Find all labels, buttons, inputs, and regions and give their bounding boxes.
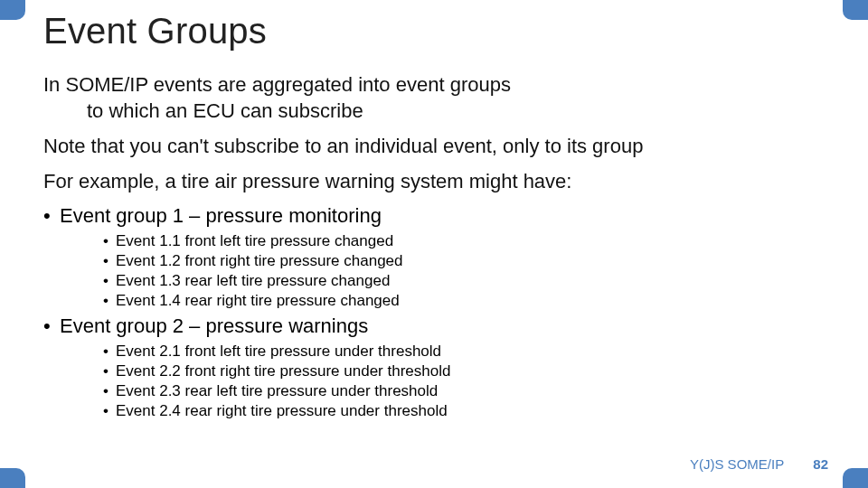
event-item: Event 1.1 front left tire pressure chang… (103, 231, 825, 251)
event-list: Event 1.1 front left tire pressure chang… (60, 231, 825, 310)
text: to which an ECU can subscribe (43, 98, 825, 124)
event-item: Event 1.4 rear right tire pressure chang… (103, 291, 825, 311)
paragraph-example: For example, a tire air pressure warning… (43, 168, 825, 194)
slide-title: Event Groups (43, 11, 825, 52)
paragraph-intro: In SOME/IP events are aggregated into ev… (43, 71, 825, 124)
event-item: Event 1.2 front right tire pressure chan… (103, 251, 825, 271)
slide: Event Groups In SOME/IP events are aggre… (0, 0, 868, 488)
event-group-1: Event group 1 – pressure monitoring Even… (43, 203, 825, 310)
event-item: Event 2.3 rear left tire pressure under … (103, 381, 825, 401)
footer-label: Y(J)S SOME/IP (690, 456, 784, 472)
event-item: Event 2.4 rear right tire pressure under… (103, 401, 825, 421)
event-group-label: Event group 2 – pressure warnings (60, 314, 368, 337)
page-number: 82 (813, 456, 828, 472)
event-item: Event 2.2 front right tire pressure unde… (103, 361, 825, 381)
event-group-label: Event group 1 – pressure monitoring (60, 204, 382, 227)
event-group-2: Event group 2 – pressure warnings Event … (43, 314, 825, 420)
event-group-list: Event group 1 – pressure monitoring Even… (43, 203, 825, 420)
paragraph-note: Note that you can't subscribe to an indi… (43, 133, 825, 159)
event-item: Event 2.1 front left tire pressure under… (103, 342, 825, 361)
text: In SOME/IP events are aggregated into ev… (43, 73, 511, 96)
slide-body: In SOME/IP events are aggregated into ev… (43, 71, 825, 420)
event-list: Event 2.1 front left tire pressure under… (60, 342, 825, 420)
slide-footer: Y(J)S SOME/IP 82 (690, 456, 828, 472)
event-item: Event 1.3 rear left tire pressure change… (103, 271, 825, 291)
